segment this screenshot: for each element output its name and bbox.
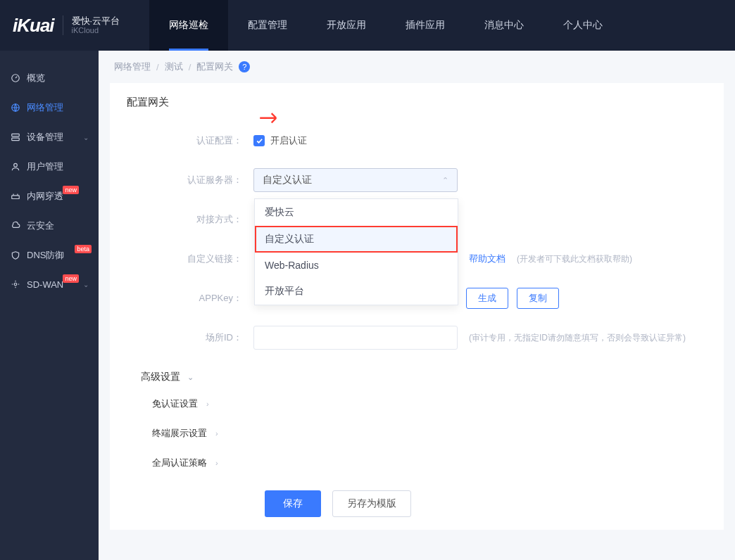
topnav-label: 配置管理 bbox=[248, 19, 287, 32]
badge-new: new bbox=[63, 186, 79, 194]
topnav-item-inspect[interactable]: 网络巡检 bbox=[149, 0, 228, 51]
logo-sub: 爱快·云平台 iKCloud bbox=[63, 15, 120, 36]
sidebar-item-user[interactable]: 用户管理 bbox=[0, 152, 99, 182]
content-area: 网络管理 / 测试 / 配置网关 ? 配置网关 认证配置： bbox=[99, 51, 735, 560]
breadcrumb-sep: / bbox=[156, 62, 159, 72]
chevron-down-icon: ⌄ bbox=[83, 281, 89, 288]
sidebar-item-label: 网络管理 bbox=[27, 101, 63, 114]
sublink-global-auth[interactable]: 全局认证策略 › bbox=[152, 457, 707, 469]
logo-brand: iKuai bbox=[13, 15, 54, 37]
label-appkey: APPKey： bbox=[127, 292, 253, 305]
select-value: 自定义认证 bbox=[263, 174, 312, 186]
place-id-hint: (审计专用，无指定ID请勿随意填写，否则会导致认证异常) bbox=[469, 332, 686, 344]
row-auth-server: 认证服务器： 自定义认证 ⌃ 爱快云 自定义认证 Web-Radius 开放平台 bbox=[127, 168, 707, 192]
sidebar-item-label: 概览 bbox=[27, 72, 45, 84]
sublink-terminal-display[interactable]: 终端展示设置 › bbox=[152, 427, 707, 440]
sidebar-item-label: 用户管理 bbox=[27, 160, 63, 173]
sidebar-item-label: DNS防御 bbox=[27, 249, 64, 262]
dropdown-option[interactable]: Web-Radius bbox=[255, 253, 458, 278]
topnav-item-personal[interactable]: 个人中心 bbox=[544, 0, 622, 51]
advanced-label: 高级设置 bbox=[141, 371, 180, 383]
topnav-item-message[interactable]: 消息中心 bbox=[465, 0, 544, 51]
sidebar-item-label: SD-WAN bbox=[27, 279, 63, 290]
place-id-input[interactable] bbox=[253, 326, 458, 350]
generate-button[interactable]: 生成 bbox=[466, 288, 508, 309]
select-auth-server[interactable]: 自定义认证 ⌃ 爱快云 自定义认证 Web-Radius 开放平台 bbox=[253, 168, 458, 192]
breadcrumb-item[interactable]: 测试 bbox=[165, 61, 183, 73]
chevron-right-icon: › bbox=[215, 459, 218, 467]
sublink-label: 终端展示设置 bbox=[152, 427, 207, 440]
dropdown-option[interactable]: 自定义认证 bbox=[255, 226, 458, 253]
chevron-right-icon: › bbox=[206, 400, 209, 408]
topnav-item-config[interactable]: 配置管理 bbox=[228, 0, 307, 51]
dropdown-option[interactable]: 开放平台 bbox=[255, 278, 458, 305]
user-icon bbox=[10, 161, 21, 172]
logo-block: iKuai 爱快·云平台 iKCloud bbox=[0, 0, 132, 51]
sidebar-item-dns[interactable]: beta DNS防御 bbox=[0, 241, 99, 270]
globe-icon bbox=[10, 102, 21, 113]
logo-en: iKCloud bbox=[72, 26, 120, 35]
help-doc-link[interactable]: 帮助文档 bbox=[469, 253, 505, 265]
breadcrumb-item[interactable]: 网络管理 bbox=[114, 61, 151, 73]
topnav-label: 开放应用 bbox=[327, 19, 366, 32]
svg-rect-3 bbox=[12, 138, 20, 141]
sidebar-item-device[interactable]: 设备管理 ⌄ bbox=[0, 122, 99, 152]
dropdown-option[interactable]: 爱快云 bbox=[255, 199, 458, 226]
svg-rect-2 bbox=[12, 134, 20, 136]
chevron-down-icon: ⌄ bbox=[187, 373, 194, 382]
svg-point-6 bbox=[14, 283, 17, 286]
panel-title: 配置网关 bbox=[127, 96, 707, 109]
topnav-label: 个人中心 bbox=[563, 19, 603, 32]
checkbox-enable-auth[interactable] bbox=[253, 135, 265, 146]
row-auth-config: 认证配置： 开启认证 bbox=[127, 129, 707, 153]
wan-icon bbox=[10, 279, 21, 290]
sidebar-item-label: 内网穿透 bbox=[27, 190, 63, 203]
label-place-id: 场所ID： bbox=[127, 331, 253, 344]
router-icon bbox=[10, 191, 21, 202]
breadcrumb: 网络管理 / 测试 / 配置网关 ? bbox=[99, 51, 735, 83]
sublink-label: 免认证设置 bbox=[152, 397, 198, 410]
label-connect-method: 对接方式： bbox=[127, 213, 253, 226]
save-button[interactable]: 保存 bbox=[265, 490, 321, 517]
badge-new: new bbox=[63, 274, 79, 283]
topnav-label: 消息中心 bbox=[484, 19, 524, 32]
config-panel: 配置网关 认证配置： 开启认证 bbox=[110, 83, 724, 530]
sidebar-item-penetration[interactable]: new 内网穿透 bbox=[0, 182, 99, 211]
chevron-right-icon: › bbox=[215, 429, 218, 438]
server-icon bbox=[10, 132, 21, 143]
label-auth-server: 认证服务器： bbox=[127, 174, 253, 186]
sidebar-item-overview[interactable]: 概览 bbox=[0, 63, 99, 93]
cloud-icon bbox=[10, 220, 21, 231]
svg-point-4 bbox=[14, 163, 18, 167]
checkbox-label: 开启认证 bbox=[270, 134, 307, 147]
sidebar: 概览 网络管理 设备管理 ⌄ 用户管理 new 内网穿透 云安全 beta DN… bbox=[0, 51, 99, 560]
topnav-label: 网络巡检 bbox=[169, 19, 208, 32]
sidebar-item-network[interactable]: 网络管理 bbox=[0, 93, 99, 122]
form-area: 认证配置： 开启认证 认证服务器： 自定义认证 bbox=[127, 129, 707, 350]
top-nav: 网络巡检 配置管理 开放应用 插件应用 消息中心 个人中心 bbox=[149, 0, 622, 51]
advanced-section-toggle[interactable]: 高级设置 ⌄ bbox=[141, 371, 707, 383]
sidebar-item-cloud-security[interactable]: 云安全 bbox=[0, 211, 99, 241]
chevron-down-icon: ⌄ bbox=[83, 134, 89, 141]
copy-button[interactable]: 复制 bbox=[517, 288, 559, 309]
help-icon[interactable]: ? bbox=[239, 61, 250, 72]
sidebar-item-sdwan[interactable]: new SD-WAN ⌄ bbox=[0, 270, 99, 298]
breadcrumb-item[interactable]: 配置网关 bbox=[196, 61, 233, 73]
top-header: iKuai 爱快·云平台 iKCloud 网络巡检 配置管理 开放应用 插件应用… bbox=[0, 0, 735, 51]
logo-cn: 爱快·云平台 bbox=[72, 15, 120, 27]
topnav-item-open-app[interactable]: 开放应用 bbox=[307, 0, 386, 51]
topnav-label: 插件应用 bbox=[406, 19, 445, 32]
breadcrumb-sep: / bbox=[189, 62, 191, 72]
badge-beta: beta bbox=[75, 245, 92, 253]
svg-rect-5 bbox=[12, 196, 20, 199]
save-as-template-button[interactable]: 另存为模版 bbox=[332, 490, 411, 517]
topnav-item-plugin[interactable]: 插件应用 bbox=[386, 0, 465, 51]
sublink-free-auth[interactable]: 免认证设置 › bbox=[152, 397, 707, 410]
row-place-id: 场所ID： (审计专用，无指定ID请勿随意填写，否则会导致认证异常) bbox=[127, 326, 707, 350]
sublink-label: 全局认证策略 bbox=[152, 457, 207, 469]
chevron-up-icon: ⌃ bbox=[442, 176, 448, 185]
custom-link-hint: (开发者可下载此文档获取帮助) bbox=[517, 253, 632, 265]
dropdown-auth-server: 爱快云 自定义认证 Web-Radius 开放平台 bbox=[254, 198, 458, 305]
shield-icon bbox=[10, 250, 21, 261]
sidebar-item-label: 云安全 bbox=[27, 219, 54, 232]
